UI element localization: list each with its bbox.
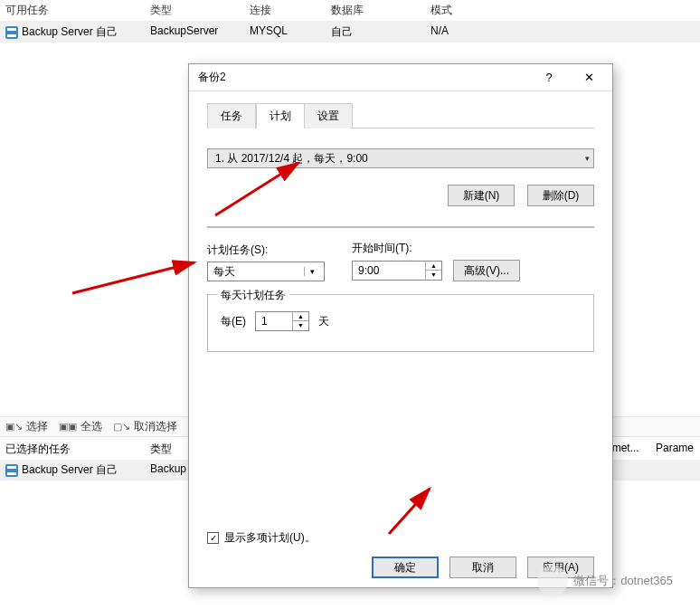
col-type: 类型 [145,0,244,21]
spinner-up-icon[interactable]: ▲ [293,312,308,321]
plan-task-label: 计划任务(S): [207,243,325,258]
col-conn: 连接 [244,0,326,21]
start-time-spinner[interactable]: 9:00 ▲ ▼ [352,261,442,281]
show-multiple-label: 显示多项计划(U)。 [224,530,316,546]
dialog-tabs: 任务 计划 设置 [207,102,594,128]
svg-line-1 [72,262,194,293]
cell-conn: MYSQL [244,22,326,43]
new-button[interactable]: 新建(N) [448,185,515,206]
plan-task-select[interactable]: 每天 ▾ [207,262,325,281]
sel-cell-task: Backup Server 自己 [22,462,118,478]
select-all-button[interactable]: ▣▣全选 [59,419,102,434]
tab-settings[interactable]: 设置 [305,103,353,128]
spinner-down-icon[interactable]: ▼ [293,321,308,330]
bg-table-header: 可用任务 类型 连接 数据库 模式 [0,0,700,22]
group-title: 每天计划任务 [217,288,289,303]
col-db: 数据库 [326,0,425,21]
cell-mode: N/A [425,22,516,43]
every-spinner[interactable]: 1 ▲ ▼ [255,311,309,331]
show-multiple-checkbox[interactable]: ✓ [207,532,219,544]
sel-col-parame: Parame [650,439,700,460]
sel-col-task: 已选择的任务 [0,439,145,460]
dialog-titlebar[interactable]: 备份2 ? ✕ [189,64,612,91]
advanced-button[interactable]: 高级(V)... [453,260,520,281]
backup-schedule-dialog: 备份2 ? ✕ 任务 计划 设置 1. 从 2017/12/4 起，每天，9:0… [188,63,613,588]
dialog-title: 备份2 [198,70,529,85]
close-button[interactable]: ✕ [569,65,609,90]
help-button[interactable]: ? [529,65,569,90]
ok-button[interactable]: 确定 [372,557,439,578]
cell-db: 自己 [326,22,425,43]
unit-label: 天 [318,314,329,329]
cancel-button[interactable]: 取消 [449,557,516,578]
select-button[interactable]: ▣↘选择 [5,419,48,434]
chevron-down-icon: ▾ [585,154,590,163]
spinner-down-icon[interactable]: ▼ [426,271,441,280]
delete-button[interactable]: 删除(D) [527,185,594,206]
table-row[interactable]: Backup Server 自己 BackupServer MYSQL 自己 N… [0,22,700,43]
wechat-icon [537,566,568,596]
server-icon [5,464,18,477]
tab-task[interactable]: 任务 [207,103,256,128]
start-time-label: 开始时间(T): [352,241,520,256]
watermark: 微信号：dotnet365 [537,566,673,596]
col-mode: 模式 [425,0,516,21]
schedule-text: 1. 从 2017/12/4 起，每天，9:00 [215,151,585,167]
schedule-combo[interactable]: 1. 从 2017/12/4 起，每天，9:00 ▾ [207,148,594,168]
cancel-select-button[interactable]: ▢↘取消选择 [113,419,177,434]
cell-task: Backup Server 自己 [22,24,118,40]
tab-plan[interactable]: 计划 [256,103,305,128]
divider [207,226,594,228]
server-icon [5,26,18,39]
every-label: 每(E) [221,314,246,329]
chevron-down-icon: ▾ [304,267,320,276]
daily-plan-group: 每天计划任务 每(E) 1 ▲ ▼ 天 [207,294,594,352]
col-task: 可用任务 [0,0,145,21]
cell-type: BackupServer [145,22,244,43]
spinner-up-icon[interactable]: ▲ [426,262,441,271]
